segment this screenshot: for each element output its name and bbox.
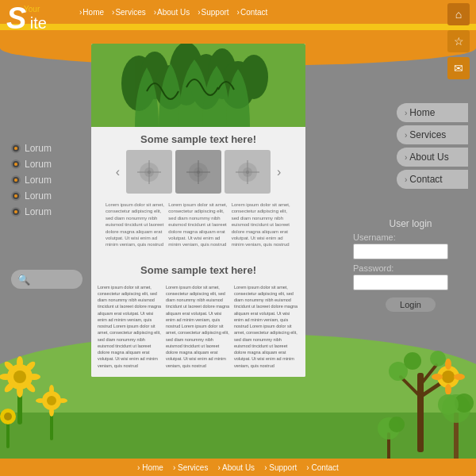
password-label: Password:: [353, 263, 468, 273]
bottom-nav-contact[interactable]: › Contact: [306, 463, 339, 472]
carousel-prev-arrow[interactable]: ‹: [113, 165, 123, 179]
sample-text-1: Some sample text here!: [99, 133, 298, 145]
right-nav-contact-arrow: ›: [405, 175, 407, 184]
right-nav-services-label: Services: [409, 129, 446, 140]
nav-services-arrow: ›: [112, 8, 114, 17]
nav-support-label: Support: [202, 8, 229, 17]
carousel-item-3[interactable]: [225, 150, 271, 194]
login-button[interactable]: Login: [386, 298, 436, 312]
bottom-nav-aboutus-arrow: ›: [217, 463, 220, 472]
bottom-text-block-2: Lorem ipsum dolor sit amet, consectetur …: [166, 284, 231, 369]
carousel-image-2: [182, 156, 214, 188]
logo-ite-text: ite: [30, 14, 47, 32]
hero-banner: [91, 44, 305, 127]
right-nav-aboutus-label: About Us: [409, 152, 448, 163]
carousel-image-1: [133, 156, 165, 188]
bottom-nav-contact-label: Contact: [311, 463, 338, 472]
svg-point-40: [36, 398, 45, 403]
site-logo[interactable]: S Your ite: [6, 3, 70, 47]
bottom-nav-support[interactable]: › Support: [264, 463, 297, 472]
password-input[interactable]: [353, 274, 448, 290]
right-nav-services[interactable]: › Services: [397, 125, 468, 144]
hero-plants-svg: [91, 44, 305, 127]
text-block-row-1: Lorem ipsum dolor sit amet, consectetur …: [99, 198, 298, 251]
svg-point-36: [47, 396, 56, 405]
bottom-nav-services-label: Services: [178, 463, 208, 472]
right-nav-services-arrow: ›: [405, 131, 407, 140]
bottom-nav-aboutus-label: About Us: [222, 463, 255, 472]
carousel-image-3: [232, 156, 263, 188]
nav-aboutus-arrow: ›: [154, 8, 156, 17]
text-block-3: Lorem ipsum dolor sit amet, consectetur …: [232, 202, 291, 248]
svg-point-56: [404, 352, 421, 370]
right-navigation-menu: › Home › Services › About Us › Contact: [397, 103, 468, 189]
bottom-nav-aboutus[interactable]: › About Us: [217, 463, 255, 472]
nav-home-arrow: ›: [79, 8, 82, 17]
right-nav-contact-label: Contact: [409, 174, 442, 185]
nav-home[interactable]: › Home: [79, 8, 104, 17]
bottom-nav-services[interactable]: › Services: [173, 463, 208, 472]
login-title: User login: [353, 218, 468, 229]
search-bar[interactable]: 🔍: [11, 270, 83, 289]
svg-point-25: [13, 370, 26, 383]
nav-aboutus[interactable]: › About Us: [154, 8, 190, 17]
left-nav-dot-1: [11, 144, 21, 153]
home-icon-btn[interactable]: ⌂: [447, 3, 470, 25]
left-nav-label-3: Lorum: [25, 175, 52, 186]
svg-point-26: [17, 356, 23, 369]
nav-support-arrow: ›: [198, 8, 200, 17]
svg-point-53: [432, 374, 443, 380]
username-input[interactable]: [353, 244, 448, 259]
left-nav-dot-4: [11, 191, 21, 201]
svg-point-49: [442, 370, 455, 383]
trees-right-svg: [373, 294, 476, 468]
right-nav-aboutus-arrow: ›: [405, 153, 407, 162]
carousel-row: ‹: [99, 150, 298, 194]
left-nav-item-2[interactable]: Lorum: [11, 159, 52, 170]
nav-contact-label: Contact: [240, 8, 267, 17]
left-nav-dot-5: [11, 207, 21, 217]
left-nav-label-2: Lorum: [25, 159, 52, 170]
nav-support[interactable]: › Support: [198, 8, 228, 17]
svg-point-52: [454, 374, 465, 380]
svg-point-51: [445, 384, 451, 395]
home-icon: ⌂: [455, 8, 462, 21]
left-nav-dot-2: [11, 159, 21, 169]
nav-services[interactable]: › Services: [112, 8, 146, 17]
left-nav-item-4[interactable]: Lorum: [11, 190, 52, 202]
bottom-text-block-3: Lorem ipsum dolor sit amet, consectetur …: [234, 284, 299, 369]
left-nav-dot-3: [11, 175, 21, 185]
bottom-nav-support-arrow: ›: [264, 463, 267, 472]
flowers-left-svg: [0, 321, 95, 464]
carousel-item-2[interactable]: [175, 150, 221, 194]
right-nav-contact[interactable]: › Contact: [397, 170, 468, 189]
right-nav-home[interactable]: › Home: [397, 103, 468, 122]
top-navigation-bar: › Home › Services › About Us › Support ›…: [0, 0, 476, 24]
left-nav-label-1: Lorum: [25, 143, 52, 154]
nav-services-label: Services: [115, 8, 145, 17]
bottom-nav-home-arrow: ›: [137, 463, 140, 472]
bottom-nav-home[interactable]: › Home: [137, 463, 163, 472]
search-icon: 🔍: [17, 274, 30, 286]
svg-point-37: [49, 385, 54, 394]
bottom-nav-services-arrow: ›: [173, 463, 175, 472]
svg-point-27: [17, 385, 23, 397]
carousel-item-1[interactable]: [126, 150, 172, 194]
left-nav-item-5[interactable]: Lorum: [11, 206, 52, 217]
mail-icon-btn[interactable]: ✉: [447, 57, 470, 79]
left-navigation: Lorum Lorum Lorum Lorum Lorum: [11, 143, 52, 217]
text-block-2: Lorem ipsum dolor sit amet, consectetur …: [168, 202, 228, 248]
star-icon-btn[interactable]: ☆: [447, 30, 470, 52]
carousel-next-arrow[interactable]: ›: [274, 165, 284, 179]
left-nav-item-3[interactable]: Lorum: [11, 175, 52, 186]
main-content-panel: Some sample text here! ‹: [91, 44, 305, 377]
svg-point-55: [430, 351, 446, 367]
mail-icon: ✉: [454, 62, 463, 75]
svg-point-50: [445, 359, 451, 370]
svg-point-39: [58, 398, 67, 403]
right-nav-aboutus[interactable]: › About Us: [397, 148, 468, 167]
left-nav-item-1[interactable]: Lorum: [11, 143, 52, 154]
nav-contact[interactable]: › Contact: [237, 8, 268, 17]
svg-point-28: [28, 374, 40, 380]
star-icon: ☆: [454, 35, 464, 48]
